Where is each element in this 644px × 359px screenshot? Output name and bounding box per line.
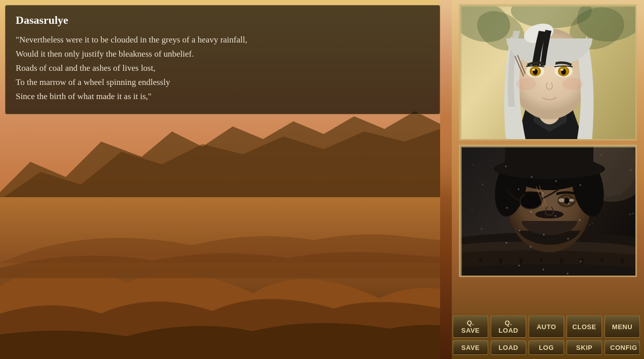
button-panel: Q. SAVE Q. LOAD AUTO CLOSE MENU SAVE LOA… — [452, 311, 644, 359]
portrait-2 — [459, 145, 637, 277]
dialogue-line-5: Since the birth of what made it as it is… — [16, 92, 152, 101]
portrait1-canvas — [460, 6, 637, 141]
speaker-name: Dasasrulye — [16, 14, 430, 27]
dialogue-text: "Nevertheless were it to be clouded in t… — [16, 33, 430, 104]
button-row-1: Q. SAVE Q. LOAD AUTO CLOSE MENU — [456, 316, 640, 338]
auto-button[interactable]: AUTO — [529, 316, 564, 338]
portrait-1 — [459, 4, 637, 141]
dialogue-line-4: To the marrow of a wheel spinning endles… — [16, 77, 170, 87]
dialogue-line-1: "Nevertheless were it to be clouded in t… — [16, 35, 247, 44]
close-button[interactable]: CLOSE — [567, 316, 602, 338]
game-container: Dasasrulye "Nevertheless were it to be c… — [0, 0, 644, 359]
menu-button[interactable]: MENU — [605, 316, 640, 338]
q-save-button[interactable]: Q. SAVE — [453, 316, 488, 338]
dialogue-line-2: Would it then only justify the bleakness… — [16, 49, 194, 59]
log-button[interactable]: LOG — [529, 340, 564, 355]
portrait2-canvas — [460, 146, 637, 277]
skip-button[interactable]: SKIP — [567, 340, 602, 355]
text-box: Dasasrulye "Nevertheless were it to be c… — [5, 5, 440, 114]
load-button[interactable]: LOAD — [491, 340, 526, 355]
dialogue-line-3: Roads of coal and the ashes of lives los… — [16, 63, 155, 73]
config-button[interactable]: CONFIG — [605, 340, 640, 355]
q-load-button[interactable]: Q. LOAD — [491, 316, 526, 338]
save-button[interactable]: SAVE — [453, 340, 488, 355]
right-panel — [452, 0, 644, 359]
button-row-2: SAVE LOAD LOG SKIP CONFIG — [456, 340, 640, 355]
